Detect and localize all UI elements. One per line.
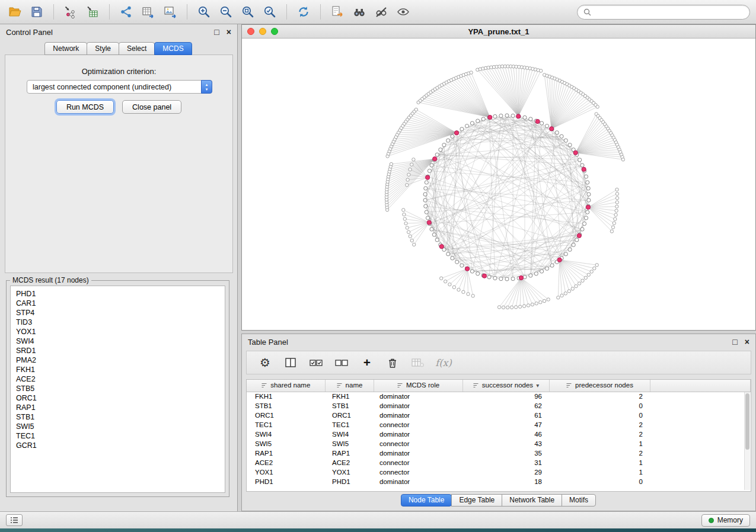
network-leaf-node[interactable] — [615, 193, 618, 196]
window-minimize-button[interactable] — [259, 28, 266, 35]
network-node[interactable] — [587, 193, 591, 196]
memory-button[interactable]: Memory — [701, 514, 750, 527]
mcds-dominator-node[interactable] — [582, 167, 586, 171]
table-cell[interactable]: 0 — [549, 401, 650, 411]
network-leaf-node[interactable] — [452, 286, 455, 289]
table-cell[interactable]: connector — [374, 467, 462, 477]
network-leaf-node[interactable] — [595, 264, 598, 267]
table-cell[interactable]: ORC1 — [325, 411, 374, 420]
table-scrollbar[interactable] — [744, 392, 750, 490]
network-leaf-node[interactable] — [448, 283, 451, 286]
table-cell[interactable]: 2 — [549, 392, 650, 401]
status-list-button[interactable] — [6, 514, 23, 526]
table-scrollbar-thumb[interactable] — [745, 393, 749, 450]
find-button[interactable] — [349, 3, 369, 21]
table-cell[interactable]: YOX1 — [325, 467, 374, 477]
column-header-successor-nodes[interactable]: successor nodes▾ — [462, 380, 549, 392]
mcds-result-item[interactable]: PHD1 — [16, 289, 225, 299]
mcds-result-item[interactable]: PMA2 — [16, 355, 225, 365]
network-leaf-node[interactable] — [547, 298, 550, 301]
network-node[interactable] — [545, 124, 548, 128]
mcds-result-item[interactable]: YOX1 — [16, 327, 225, 336]
network-leaf-node[interactable] — [615, 201, 618, 204]
table-cell[interactable]: connector — [374, 458, 462, 467]
table-cell[interactable]: 1 — [549, 458, 650, 467]
column-settings-button[interactable]: ⚙ — [257, 355, 273, 370]
network-leaf-node[interactable] — [593, 267, 596, 270]
network-node[interactable] — [435, 238, 439, 242]
table-cell[interactable]: ACE2 — [247, 458, 325, 467]
network-node[interactable] — [505, 277, 509, 281]
zoom-out-button[interactable] — [216, 3, 236, 21]
network-node[interactable] — [476, 119, 480, 123]
table-cell[interactable]: STB1 — [325, 401, 374, 411]
mcds-result-item[interactable]: SRD1 — [16, 346, 225, 355]
network-node[interactable] — [586, 181, 589, 184]
table-cell[interactable]: ORC1 — [247, 411, 325, 420]
network-node[interactable] — [425, 210, 428, 214]
table-cell[interactable]: RAP1 — [325, 448, 374, 458]
mcds-dominator-node[interactable] — [550, 127, 554, 131]
network-leaf-node[interactable] — [531, 303, 534, 306]
network-node[interactable] — [499, 114, 503, 117]
network-leaf-node[interactable] — [575, 284, 578, 287]
network-leaf-node[interactable] — [615, 209, 618, 212]
table-cell[interactable]: dominator — [374, 448, 462, 458]
network-leaf-node[interactable] — [614, 213, 617, 216]
network-leaf-node[interactable] — [409, 235, 412, 238]
network-leaf-node[interactable] — [409, 168, 412, 171]
table-cell[interactable]: 2 — [549, 430, 650, 439]
network-node[interactable] — [476, 272, 480, 275]
delete-columns-button[interactable] — [410, 355, 426, 370]
network-node[interactable] — [572, 243, 575, 246]
table-cell[interactable] — [650, 467, 751, 477]
window-close-button[interactable] — [247, 28, 254, 35]
network-node[interactable] — [545, 267, 548, 270]
network-node[interactable] — [529, 117, 532, 121]
zoom-selected-button[interactable] — [260, 3, 280, 21]
network-leaf-node[interactable] — [467, 293, 470, 296]
mcds-result-item[interactable]: CAR1 — [16, 299, 225, 308]
table-cell[interactable]: STB1 — [247, 401, 325, 411]
network-leaf-node[interactable] — [440, 277, 443, 280]
refresh-view-button[interactable] — [294, 3, 314, 21]
table-cell[interactable]: dominator — [374, 477, 462, 486]
table-cell[interactable]: 46 — [462, 430, 549, 439]
mcds-dominator-node[interactable] — [557, 258, 562, 262]
network-leaf-node[interactable] — [621, 158, 624, 161]
mcds-dominator-node[interactable] — [426, 175, 430, 180]
table-row[interactable]: ORC1ORC1dominator610 — [247, 411, 751, 420]
network-node[interactable] — [505, 114, 509, 117]
mcds-result-item[interactable]: STB1 — [16, 412, 225, 422]
mcds-dominator-node[interactable] — [516, 114, 521, 118]
network-node[interactable] — [446, 252, 450, 256]
mcds-result-list[interactable]: PHD1CAR1STP4TID3YOX1SWI4SRD1PMA2FKH1ACE2… — [10, 286, 225, 493]
table-row[interactable]: SWI5SWI5connector431 — [247, 439, 751, 448]
network-node[interactable] — [481, 117, 485, 121]
network-node[interactable] — [586, 187, 590, 190]
table-cell[interactable]: TEC1 — [325, 420, 374, 430]
table-cell[interactable]: SWI4 — [325, 430, 374, 439]
tab-mcds[interactable]: MCDS — [154, 42, 192, 55]
network-leaf-node[interactable] — [406, 184, 409, 187]
new-network-from-selection-button[interactable] — [327, 3, 347, 21]
mcds-result-item[interactable]: SWI4 — [16, 336, 225, 346]
network-node[interactable] — [568, 143, 572, 147]
table-cell[interactable]: 62 — [462, 401, 549, 411]
network-node[interactable] — [451, 257, 454, 260]
network-leaf-node[interactable] — [581, 279, 584, 282]
column-header-name[interactable]: name — [325, 380, 374, 392]
network-leaf-node[interactable] — [514, 306, 517, 309]
mcds-result-item[interactable]: ACE2 — [16, 374, 225, 384]
mcds-result-item[interactable]: STB5 — [16, 384, 225, 393]
network-node[interactable] — [424, 187, 428, 190]
mcds-result-item[interactable]: SWI5 — [16, 422, 225, 431]
show-graphics-details-button[interactable] — [371, 3, 391, 21]
network-leaf-node[interactable] — [407, 230, 410, 233]
network-node[interactable] — [470, 270, 474, 273]
network-node[interactable] — [460, 264, 464, 267]
network-leaf-node[interactable] — [613, 222, 615, 225]
mcds-result-item[interactable]: TID3 — [16, 318, 225, 327]
table-row[interactable]: YOX1YOX1connector291 — [247, 467, 751, 477]
network-leaf-node[interactable] — [402, 209, 405, 211]
